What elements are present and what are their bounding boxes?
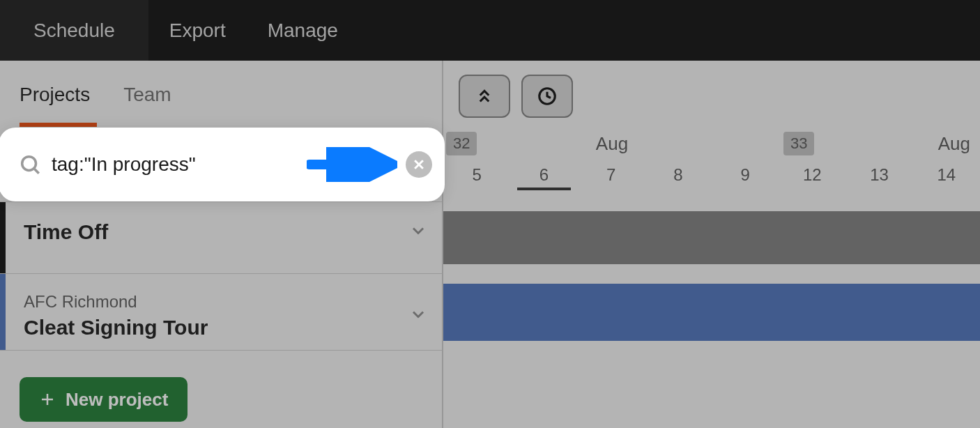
day-label[interactable]: 5 [443,165,510,185]
month-label: Aug [938,133,970,155]
content-area: Projects Team Time Off [0,61,980,428]
project-subtitle: AFC Richmond [24,292,208,312]
month-label: Aug [596,133,628,155]
day-label[interactable]: 8 [645,165,712,185]
svg-point-3 [22,157,36,171]
project-title: Time Off [24,220,108,244]
day-label[interactable]: 13 [846,165,913,185]
chevron-down-icon[interactable] [408,221,428,243]
clock-icon [537,86,558,107]
project-row-time-off[interactable]: Time Off [0,201,442,274]
week-number-badge: 32 [446,132,477,155]
gantt-bar[interactable] [443,211,980,264]
week-number-badge: 33 [783,132,814,155]
day-label-today[interactable]: 6 [510,165,577,185]
search-icon [18,153,42,176]
week-col: 32 Aug [443,130,781,155]
project-title: Cleat Signing Tour [24,316,208,339]
annotation-arrow [307,147,397,182]
top-nav: Schedule Export Manage [0,0,980,61]
chevron-down-icon[interactable] [408,305,428,327]
time-view-button[interactable] [521,75,573,118]
timeline-panel: 32 Aug 33 Aug 5 6 7 8 9 12 13 14 [443,61,980,428]
sub-tabs: Projects Team [0,61,442,129]
day-label[interactable]: 7 [578,165,645,185]
search-bar [0,128,445,201]
tab-export[interactable]: Export [148,0,247,61]
day-label[interactable]: 12 [779,165,845,185]
double-chevron-up-icon [474,86,495,107]
week-col: 33 Aug [781,130,980,155]
collapse-all-button[interactable] [459,75,510,118]
day-label[interactable]: 14 [913,165,980,185]
subtab-team[interactable]: Team [123,84,171,106]
day-label[interactable]: 9 [712,165,779,185]
gantt-row-time-off [443,201,980,274]
tab-schedule[interactable]: Schedule [0,0,148,61]
close-icon [412,158,426,171]
gantt-row-cleat-signing-tour [443,274,980,351]
day-labels: 5 6 7 8 9 12 13 14 [443,165,980,185]
left-panel: Projects Team Time Off [0,61,442,428]
row-accent [0,274,6,350]
timeline-header: 32 Aug 33 Aug 5 6 7 8 9 12 13 14 [443,130,980,200]
subtab-projects[interactable]: Projects [20,84,90,106]
plus-icon [39,391,56,408]
new-project-button[interactable]: New project [20,377,187,422]
project-list: Time Off AFC Richmond Cleat Signing Tour [0,201,442,351]
tab-manage[interactable]: Manage [247,0,359,61]
new-project-label: New project [66,389,168,411]
svg-line-4 [35,169,39,174]
timeline-toolbar [459,75,573,118]
project-row-cleat-signing-tour[interactable]: AFC Richmond Cleat Signing Tour [0,274,442,351]
week-labels: 32 Aug 33 Aug [443,130,980,155]
row-accent [0,202,6,273]
clear-search-button[interactable] [406,151,432,178]
gantt-area [443,201,980,351]
search-input[interactable] [52,153,307,176]
gantt-bar[interactable] [443,284,980,341]
